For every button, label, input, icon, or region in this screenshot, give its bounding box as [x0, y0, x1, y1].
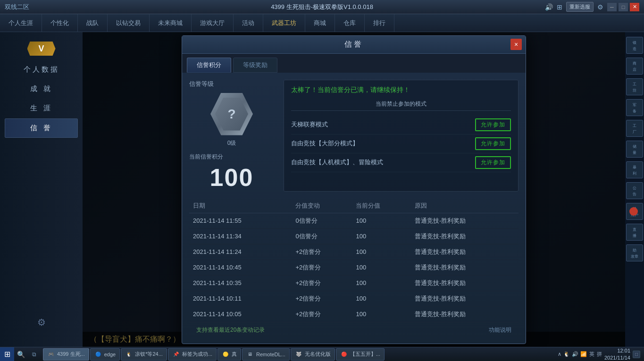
col-date: 日期	[189, 199, 292, 213]
taskbar-item-icon: 🔵	[94, 351, 102, 358]
badge-hex-inner: ?	[215, 98, 248, 131]
taskbar-item-icon: 🐺	[295, 351, 302, 358]
cell-change: +2信誉分	[292, 244, 352, 260]
taskbar-right: ∧ 🐧 🔊 📶 英 拼 12:01 2021/11/14 □	[554, 347, 644, 361]
right-icon-assist[interactable]: 助攻章	[626, 244, 643, 261]
nav-events[interactable]: 活动	[234, 14, 263, 32]
right-icon-forge[interactable]: 锻造	[626, 37, 643, 54]
tray-volume[interactable]: 🔊	[572, 351, 578, 357]
taskbar-item-label: 标签为成功...	[182, 351, 212, 358]
allow-btn-1[interactable]: 允许参加	[475, 137, 511, 150]
task-view-button[interactable]: ⧉	[27, 348, 41, 361]
game-title: 4399 生死狙击-极速双拳版V1.0.0.018	[271, 3, 373, 11]
cell-date: 2021-11-14 10:11	[189, 291, 292, 306]
nav-personal-career[interactable]: 个人生涯	[0, 14, 42, 32]
tray-penguin[interactable]: 🐧	[563, 351, 570, 357]
reconnect-button[interactable]: 重新选服	[566, 2, 594, 12]
cell-change: +2信誉分	[292, 306, 352, 322]
settings-icon[interactable]: ⚙	[597, 3, 603, 11]
taskbar-item[interactable]: 🎮 4399 生死...	[43, 348, 89, 361]
taskbar-item[interactable]: 📌 标签为成功...	[168, 348, 217, 361]
taskbar-item[interactable]: 🟡 真	[217, 348, 241, 361]
mode-name-1: 自由竞技【大部分模式】	[291, 139, 359, 148]
right-icon-announce[interactable]: 公告	[626, 182, 643, 199]
cell-date: 2021-11-14 11:55	[189, 213, 292, 228]
allow-btn-2[interactable]: 允许参加	[475, 156, 511, 169]
sidebar-item-achievements[interactable]: 成 就	[5, 80, 78, 98]
tray-keyboard[interactable]: 拼	[597, 351, 602, 358]
taskbar-item-icon: 🔴	[340, 351, 348, 358]
sidebar-bottom: ⚙	[0, 317, 83, 328]
sidebar-item-personal-data[interactable]: 个人数据	[5, 60, 78, 79]
dialog-close-button[interactable]: ×	[510, 39, 522, 50]
footer-support-text: 支持查看最近20条变动记录	[196, 326, 265, 334]
cell-reason: 普通竞技-胜利奖励	[411, 244, 519, 260]
table-row: 2021-11-14 11:55 0信誉分 100 普通竞技-胜利奖励	[189, 213, 519, 228]
maximize-button[interactable]: □	[619, 3, 628, 11]
right-icon-stream[interactable]: 直播	[626, 224, 643, 241]
start-button[interactable]: ⊞	[0, 347, 14, 361]
nav-team[interactable]: 战队	[78, 14, 108, 32]
search-icon[interactable]: 🔍	[14, 348, 27, 361]
tray-caret[interactable]: ∧	[558, 351, 561, 357]
nav-ranking[interactable]: 排行	[365, 14, 394, 32]
badge-icon: ?	[210, 93, 253, 135]
dialog-body: 信誉等级 ? 0级 当前信誉积分 100	[182, 73, 526, 344]
right-icon-storage[interactable]: 储量	[626, 141, 643, 158]
top-section: 信誉等级 ? 0级 当前信誉积分 100	[189, 80, 519, 192]
taskbar-item[interactable]: 🐧 凉钗*等24...	[121, 348, 167, 361]
right-icon-profit[interactable]: 暴利	[626, 161, 643, 178]
right-icon-factory[interactable]: 工厂	[626, 120, 643, 137]
nav-weapons[interactable]: 武器工坊	[263, 14, 305, 32]
taskbar-clock[interactable]: 12:01 2021/11/14	[604, 347, 630, 361]
sidebar-item-reputation[interactable]: 信 誉	[5, 118, 78, 138]
status-panel: 太棒了！当前信誉分已满，请继续保持！ 当前禁止参加的模式 天梯联赛模式 允许参加…	[284, 80, 519, 192]
grid-icon[interactable]: ⊞	[557, 3, 562, 11]
cell-reason: 普通竞技-胜利奖励	[411, 275, 519, 291]
taskbar-item[interactable]: 🐺 无名优化版	[291, 348, 335, 361]
tray-wifi[interactable]: 📶	[580, 351, 587, 357]
nav-warehouse[interactable]: 仓库	[335, 14, 365, 32]
help-text[interactable]: 功能说明	[489, 326, 511, 334]
top-bar-right: 🔊 ⊞ 重新选服 ⚙ ─ □ ✕	[545, 2, 639, 12]
right-icon-armory[interactable]: 军备	[626, 99, 643, 116]
nav-diamond-trade[interactable]: 以钻交易	[108, 14, 150, 32]
close-button[interactable]: ✕	[630, 3, 639, 11]
tray-lang[interactable]: 英	[589, 351, 594, 358]
nav-personalize[interactable]: 个性化	[42, 14, 78, 32]
taskbar-item[interactable]: 🔵 edge	[90, 348, 120, 361]
nav-future-shop[interactable]: 未来商城	[150, 14, 192, 32]
dialog-title: 信誉	[344, 40, 363, 50]
nav-game-hall[interactable]: 游戏大厅	[192, 14, 234, 32]
modal-overlay: 信誉 × 信誉积分 等级奖励 信誉等级 ?	[83, 32, 625, 347]
right-icon-workshop[interactable]: 工坊	[626, 78, 643, 95]
allow-btn-0[interactable]: 允许参加	[475, 118, 511, 131]
table-row: 2021-11-14 10:35 +2信誉分 100 普通竞技-胜利奖励	[189, 275, 519, 291]
badge-hex-outer: ?	[210, 93, 253, 135]
gear-icon[interactable]: ⚙	[37, 317, 46, 328]
minimize-button[interactable]: ─	[607, 3, 617, 11]
notification-center-button[interactable]: □	[633, 351, 640, 358]
taskbar-item[interactable]: 🖥 RemoteDL...	[242, 348, 290, 361]
tab-reputation-score[interactable]: 信誉积分	[187, 58, 231, 73]
taskbar-item-icon: 🐧	[125, 351, 133, 358]
top-bar: 双线二区 4399 生死狙击-极速双拳版V1.0.0.018 🔊 ⊞ 重新选服 …	[0, 0, 644, 14]
nav-shop[interactable]: 商城	[305, 14, 335, 32]
right-icon-ban-user[interactable]: 禁用户	[626, 203, 643, 220]
badge-panel: 信誉等级 ? 0级 当前信誉积分 100	[189, 80, 274, 192]
sidebar-menu: 个人数据 成 就 生 涯 信 誉	[0, 60, 83, 138]
mode-name-2: 自由竞技【人机模式】、冒险模式	[291, 158, 383, 167]
right-icon-shop[interactable]: 商店	[626, 58, 643, 75]
taskbar-item-label: 无名优化版	[305, 351, 331, 358]
volume-icon[interactable]: 🔊	[545, 3, 553, 11]
badge-score-value: 100	[210, 163, 254, 192]
vip-badge: V	[27, 42, 56, 56]
cell-current: 100	[352, 275, 411, 291]
mode-row-0: 天梯联赛模式 允许参加	[291, 116, 511, 134]
tab-level-reward[interactable]: 等级奖励	[233, 58, 277, 73]
sidebar-item-career[interactable]: 生 涯	[5, 99, 78, 118]
taskbar-item[interactable]: 🔴 【五五开】...	[336, 348, 385, 361]
server-name: 双线二区	[5, 3, 29, 11]
modes-header: 当前禁止参加的模式	[291, 100, 511, 111]
cell-current: 100	[352, 244, 411, 260]
